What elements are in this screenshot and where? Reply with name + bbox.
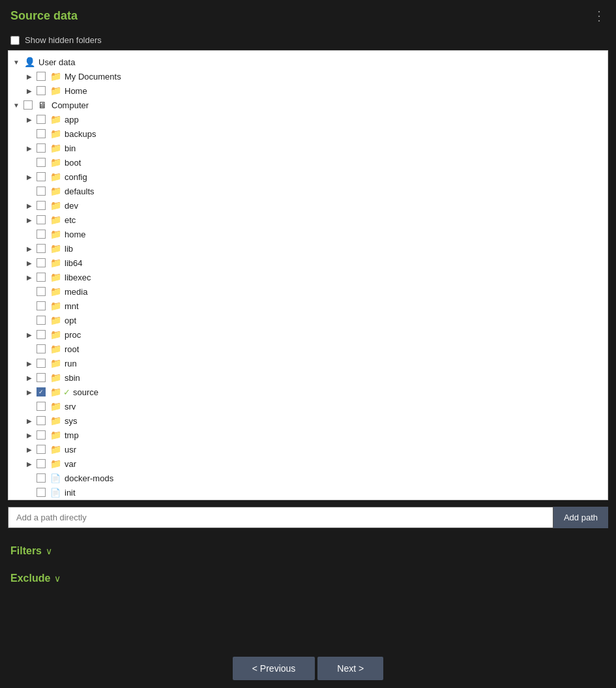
tree-checkbox-sys[interactable] — [37, 416, 46, 425]
tree-toggle-srv[interactable] — [24, 401, 35, 411]
tree-toggle-bin[interactable] — [24, 143, 35, 153]
tree-toggle-usr[interactable] — [24, 444, 35, 455]
tree-item-root[interactable]: 📁root — [8, 342, 608, 356]
tree-item-source-data[interactable]: 📁Source data — [8, 500, 608, 500]
tree-item-etc[interactable]: 📁etc — [8, 213, 608, 227]
tree-item-bin[interactable]: 📁bin — [8, 141, 608, 155]
show-hidden-label[interactable]: Show hidden folders — [25, 35, 102, 45]
tree-toggle-backups[interactable] — [24, 128, 35, 139]
tree-checkbox-opt[interactable] — [37, 316, 46, 325]
tree-toggle-opt[interactable] — [24, 315, 35, 325]
tree-checkbox-docker-mods[interactable] — [37, 473, 46, 483]
tree-item-config[interactable]: 📁config — [8, 170, 608, 184]
tree-toggle-sys[interactable] — [24, 415, 35, 426]
exclude-section-header[interactable]: Exclude ∨ — [0, 562, 616, 590]
tree-item-defaults[interactable]: 📁defaults — [8, 184, 608, 198]
tree-checkbox-libexec[interactable] — [37, 273, 46, 282]
tree-toggle-root[interactable] — [24, 344, 35, 354]
filters-section-header[interactable]: Filters ∨ — [0, 535, 616, 562]
tree-toggle-app[interactable] — [24, 114, 35, 125]
tree-toggle-boot[interactable] — [24, 157, 35, 168]
tree-toggle-user-data[interactable] — [11, 57, 22, 67]
tree-checkbox-home2[interactable] — [37, 230, 46, 239]
tree-toggle-computer[interactable] — [11, 100, 22, 110]
tree-checkbox-source[interactable] — [37, 387, 46, 396]
tree-checkbox-computer[interactable] — [23, 100, 33, 110]
tree-toggle-libexec[interactable] — [24, 272, 35, 282]
tree-item-srv[interactable]: 📁srv — [8, 399, 608, 413]
tree-toggle-var[interactable] — [24, 458, 35, 469]
previous-button[interactable]: < Previous — [233, 657, 315, 680]
tree-item-libexec[interactable]: 📁libexec — [8, 270, 608, 284]
tree-item-proc[interactable]: 📁proc — [8, 327, 608, 342]
tree-toggle-defaults[interactable] — [24, 186, 35, 196]
tree-checkbox-boot[interactable] — [37, 158, 46, 167]
next-button[interactable]: Next > — [317, 657, 383, 680]
tree-toggle-etc[interactable] — [24, 215, 35, 225]
tree-checkbox-config[interactable] — [37, 172, 46, 181]
tree-checkbox-init[interactable] — [37, 488, 46, 497]
tree-checkbox-mnt[interactable] — [37, 301, 46, 310]
tree-toggle-home[interactable] — [24, 85, 35, 96]
tree-item-user-data[interactable]: 👤User data — [8, 55, 608, 69]
more-icon[interactable]: ⋮ — [593, 8, 606, 23]
tree-item-computer[interactable]: 🖥Computer — [8, 98, 608, 112]
tree-item-home[interactable]: 📁Home — [8, 83, 608, 98]
tree-item-run[interactable]: 📁run — [8, 356, 608, 370]
tree-toggle-lib64[interactable] — [24, 258, 35, 268]
tree-checkbox-backups[interactable] — [37, 129, 46, 138]
tree-toggle-docker-mods[interactable] — [24, 473, 35, 483]
tree-item-var[interactable]: 📁var — [8, 456, 608, 471]
tree-checkbox-media[interactable] — [37, 287, 46, 296]
tree-item-backups[interactable]: 📁backups — [8, 127, 608, 141]
tree-item-docker-mods[interactable]: 📄docker-mods — [8, 471, 608, 485]
tree-toggle-source[interactable] — [24, 387, 35, 397]
tree-toggle-sbin[interactable] — [24, 372, 35, 383]
tree-checkbox-tmp[interactable] — [37, 430, 46, 440]
add-path-input[interactable] — [8, 507, 553, 528]
tree-item-my-documents[interactable]: 📁My Documents — [8, 69, 608, 83]
tree-toggle-dev[interactable] — [24, 200, 35, 211]
tree-item-lib[interactable]: 📁lib — [8, 241, 608, 256]
tree-item-home2[interactable]: 📁home — [8, 227, 608, 241]
tree-item-sys[interactable]: 📁sys — [8, 413, 608, 428]
tree-toggle-mnt[interactable] — [24, 301, 35, 311]
tree-checkbox-defaults[interactable] — [37, 187, 46, 196]
tree-item-lib64[interactable]: 📁lib64 — [8, 256, 608, 270]
tree-checkbox-srv[interactable] — [37, 402, 46, 411]
tree-checkbox-home[interactable] — [37, 86, 46, 95]
tree-item-tmp[interactable]: 📁tmp — [8, 428, 608, 442]
tree-item-boot[interactable]: 📁boot — [8, 155, 608, 170]
tree-toggle-init[interactable] — [24, 487, 35, 498]
tree-item-init[interactable]: 📄init — [8, 485, 608, 500]
tree-checkbox-var[interactable] — [37, 459, 46, 468]
tree-checkbox-etc[interactable] — [37, 215, 46, 224]
tree-item-dev[interactable]: 📁dev — [8, 198, 608, 213]
tree-toggle-home2[interactable] — [24, 229, 35, 239]
tree-item-mnt[interactable]: 📁mnt — [8, 299, 608, 313]
tree-item-app[interactable]: 📁app — [8, 112, 608, 127]
show-hidden-checkbox[interactable] — [10, 36, 20, 45]
tree-checkbox-app[interactable] — [37, 115, 46, 124]
tree-checkbox-root[interactable] — [37, 344, 46, 353]
tree-checkbox-lib64[interactable] — [37, 258, 46, 267]
tree-toggle-media[interactable] — [24, 286, 35, 297]
tree-checkbox-sbin[interactable] — [37, 373, 46, 382]
add-path-button[interactable]: Add path — [553, 507, 608, 528]
tree-checkbox-my-documents[interactable] — [37, 72, 46, 81]
tree-toggle-lib[interactable] — [24, 243, 35, 254]
tree-toggle-proc[interactable] — [24, 329, 35, 340]
tree-toggle-config[interactable] — [24, 172, 35, 182]
tree-checkbox-proc[interactable] — [37, 330, 46, 339]
tree-toggle-tmp[interactable] — [24, 430, 35, 440]
tree-checkbox-bin[interactable] — [37, 143, 46, 153]
tree-checkbox-lib[interactable] — [37, 244, 46, 253]
tree-toggle-run[interactable] — [24, 358, 35, 368]
tree-checkbox-dev[interactable] — [37, 201, 46, 210]
tree-item-sbin[interactable]: 📁sbin — [8, 370, 608, 385]
tree-item-source[interactable]: 📁✓source — [8, 385, 608, 399]
tree-toggle-my-documents[interactable] — [24, 71, 35, 82]
tree-item-media[interactable]: 📁media — [8, 284, 608, 299]
tree-item-opt[interactable]: 📁opt — [8, 313, 608, 327]
tree-checkbox-usr[interactable] — [37, 445, 46, 454]
